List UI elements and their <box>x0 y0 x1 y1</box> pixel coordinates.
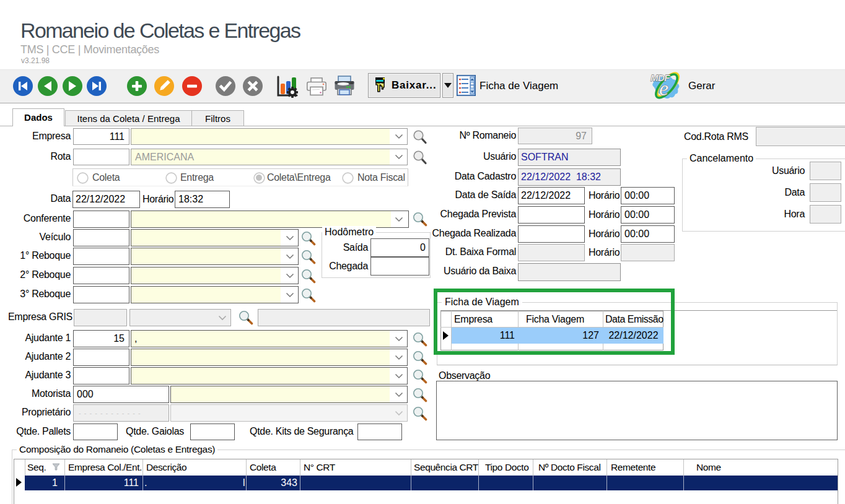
svg-text:e: e <box>659 77 668 100</box>
